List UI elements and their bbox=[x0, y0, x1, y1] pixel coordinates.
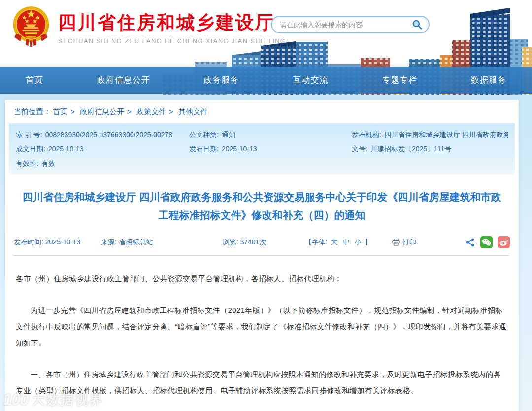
article-paragraph: 各市（州）住房城乡建设行政主管部门、公共资源交易平台管理机构，各招标人、招标代理… bbox=[16, 271, 508, 287]
site-header: 四川省住房和城乡建设厅 SI CHUAN SHENG ZHU FANG HE C… bbox=[0, 0, 532, 67]
view-count: 浏览: 37401次 bbox=[223, 238, 305, 247]
breadcrumb-separator: > bbox=[169, 107, 173, 116]
breadcrumb-gov-info[interactable]: 政府信息公开 bbox=[80, 107, 124, 116]
site-subtitle-pinyin: SI CHUAN SHENG ZHU FANG HE CHENG XIANG J… bbox=[58, 38, 286, 45]
search-box bbox=[271, 16, 430, 33]
share-icon[interactable] bbox=[466, 238, 475, 247]
breadcrumb-label: 当前位置： bbox=[14, 107, 51, 116]
document-meta-box: 索 引 号:008283930/2025-u37663300/2025-0027… bbox=[9, 123, 515, 174]
breadcrumb-other-files[interactable]: 其他文件 bbox=[178, 107, 208, 116]
publish-time: 发布时间: 2025-10-13 bbox=[14, 238, 101, 247]
article-title: 四川省住房和城乡建设厅 四川省政府政务服务和公共资源交易服务中心关于印发《四川省… bbox=[5, 174, 519, 228]
printer-icon bbox=[392, 239, 400, 246]
meta-issuing-agency: 发布机构:四川省住房和城乡建设厅 四川省政府政务服... bbox=[352, 130, 508, 140]
nav-item-gov-info[interactable]: 政府信息公开 bbox=[97, 74, 150, 86]
wechat-share-button[interactable] bbox=[480, 236, 493, 248]
meta-publish-date: 发布日期:2025-10-13 bbox=[189, 144, 352, 154]
meta-validity: 有效性:有效 bbox=[16, 158, 189, 169]
meta-document-number: 文号:川建招标发〔2025〕111号 bbox=[352, 144, 508, 154]
font-size-large-button[interactable]: 大 bbox=[331, 238, 338, 246]
meta-written-date: 成文日期:2025-10-13 bbox=[16, 144, 189, 154]
article-paragraph: 一、各市（州）住房城乡建设行政主管部门和公共资源交易平台管理机构应按照本通知的修… bbox=[16, 366, 508, 399]
nav-item-special-topics[interactable]: 专题专栏 bbox=[382, 74, 417, 86]
breadcrumb-policy-files[interactable]: 政策文件 bbox=[136, 107, 166, 116]
font-size-small-button[interactable]: 小 bbox=[354, 238, 361, 246]
article-body: 各市（州）住房城乡建设行政主管部门、公共资源交易平台管理机构，各招标人、招标代理… bbox=[5, 256, 519, 411]
meta-index-number: 索 引 号:008283930/2025-u37663300/2025-0027… bbox=[16, 130, 189, 140]
weibo-icon bbox=[499, 238, 508, 246]
wechat-icon bbox=[482, 238, 491, 246]
article-source: 来源: 省招标总站 bbox=[101, 238, 223, 247]
national-emblem-logo bbox=[11, 4, 51, 48]
search-input[interactable] bbox=[280, 21, 412, 29]
weibo-share-button[interactable] bbox=[498, 236, 510, 248]
nav-item-interaction[interactable]: 互动交流 bbox=[293, 74, 328, 86]
meta-document-type: 公文种类:通知 bbox=[189, 130, 352, 140]
site-title-block: 四川省住房和城乡建设厅 SI CHUAN SHENG ZHU FANG HE C… bbox=[58, 4, 286, 45]
nav-item-home[interactable]: 首页 bbox=[26, 74, 43, 86]
breadcrumb-separator: > bbox=[127, 107, 132, 116]
font-size-switcher: 【字体: 大 中 小 】 bbox=[305, 238, 392, 247]
main-navigation: 首页 政府信息公开 政务服务 互动交流 专题专栏 数据服务 bbox=[0, 67, 532, 94]
nav-item-data-services[interactable]: 数据服务 bbox=[471, 74, 506, 86]
share-icons-group bbox=[466, 236, 510, 248]
print-button[interactable]: 打印 bbox=[392, 238, 466, 247]
site-title: 四川省住房和城乡建设厅 bbox=[58, 13, 286, 33]
breadcrumb: 当前位置： 首页> 政府信息公开> 政策文件> 其他文件 bbox=[5, 100, 519, 123]
breadcrumb-separator: > bbox=[70, 107, 75, 116]
article-paragraph: 为进一步完善《四川省房屋建筑和市政工程标准招标文件（2021年版）》（以下简称标… bbox=[16, 302, 508, 351]
font-size-medium-button[interactable]: 中 bbox=[342, 238, 349, 246]
article-info-row: 发布时间: 2025-10-13 来源: 省招标总站 浏览: 37401次 【字… bbox=[14, 236, 510, 256]
site-logo-block: 四川省住房和城乡建设厅 SI CHUAN SHENG ZHU FANG HE C… bbox=[11, 4, 286, 48]
content-container: 当前位置： 首页> 政府信息公开> 政策文件> 其他文件 索 引 号:00828… bbox=[5, 100, 519, 411]
header-search bbox=[271, 16, 430, 33]
breadcrumb-home[interactable]: 首页 bbox=[53, 107, 67, 116]
search-icon bbox=[412, 19, 423, 30]
document-meta-grid: 索 引 号:008283930/2025-u37663300/2025-0027… bbox=[16, 130, 508, 169]
nav-item-services[interactable]: 政务服务 bbox=[204, 74, 239, 86]
search-button[interactable] bbox=[412, 19, 423, 30]
